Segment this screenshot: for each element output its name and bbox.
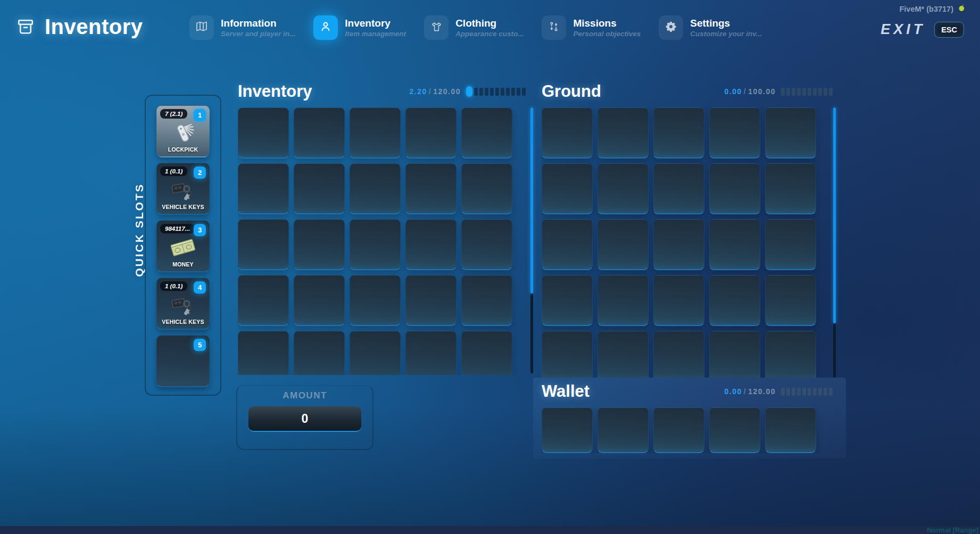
inventory-slot[interactable] bbox=[294, 219, 345, 270]
ground-slot[interactable] bbox=[765, 331, 816, 378]
inventory-slot[interactable] bbox=[238, 275, 289, 326]
ground-slot[interactable] bbox=[765, 219, 816, 270]
inventory-slot[interactable] bbox=[350, 107, 401, 158]
inventory-slot[interactable] bbox=[405, 331, 456, 375]
inventory-slot[interactable] bbox=[350, 219, 401, 270]
inventory-slot[interactable] bbox=[294, 275, 345, 326]
nav-item-clothing[interactable]: Clothing Appearance custo... bbox=[424, 15, 524, 40]
keys-icon bbox=[169, 291, 197, 320]
esc-button[interactable]: ESC bbox=[934, 22, 964, 38]
quick-slot-3[interactable]: 984117... 3 MONEY bbox=[156, 220, 210, 272]
wallet-weight-max: 120.00 bbox=[748, 387, 776, 396]
ground-slot[interactable] bbox=[597, 219, 649, 270]
inventory-slot[interactable] bbox=[294, 107, 345, 158]
ground-slot[interactable] bbox=[765, 275, 816, 326]
inventory-section: Inventory 2.20/120.00 bbox=[238, 80, 526, 375]
inventory-slot[interactable] bbox=[461, 219, 512, 270]
main-nav: Information Server and player in... Inve… bbox=[189, 15, 762, 40]
inventory-scrollbar[interactable] bbox=[530, 107, 533, 373]
ground-slot[interactable] bbox=[542, 275, 593, 326]
inventory-slot[interactable] bbox=[350, 331, 401, 375]
ground-slot[interactable] bbox=[709, 219, 760, 270]
page-title: Inventory bbox=[45, 15, 143, 39]
inventory-slot[interactable] bbox=[405, 107, 456, 158]
ground-slot[interactable] bbox=[653, 331, 704, 378]
inventory-weight-thumb bbox=[466, 86, 472, 97]
route-icon bbox=[548, 21, 560, 35]
inventory-slot[interactable] bbox=[238, 107, 289, 158]
inventory-slot[interactable] bbox=[238, 219, 289, 270]
shirt-icon bbox=[430, 21, 443, 35]
quick-slot-number: 5 bbox=[194, 339, 206, 351]
inventory-slot[interactable] bbox=[294, 331, 345, 375]
ground-slot[interactable] bbox=[709, 331, 760, 378]
wallet-slot[interactable] bbox=[542, 407, 593, 453]
range-mode-label: Normal [Range] bbox=[927, 526, 978, 534]
inventory-scrollbar-thumb[interactable] bbox=[530, 107, 533, 294]
amount-input[interactable] bbox=[248, 406, 361, 432]
ground-slot[interactable] bbox=[597, 275, 649, 326]
ground-slot[interactable] bbox=[597, 331, 649, 378]
inventory-slot[interactable] bbox=[405, 219, 456, 270]
quick-slot-4[interactable]: 1 (0.1) 4 VEHICLE KEYS bbox=[156, 278, 210, 330]
quick-slot-2[interactable]: 1 (0.1) 2 VEHICLE KEYS bbox=[156, 163, 210, 215]
inventory-slot[interactable] bbox=[294, 163, 345, 214]
ground-slot[interactable] bbox=[653, 163, 704, 214]
wallet-section: Wallet 0.00/120.00 bbox=[542, 380, 833, 453]
ground-slot[interactable] bbox=[542, 163, 593, 214]
ground-weight-bar bbox=[781, 86, 833, 97]
inventory-slot[interactable] bbox=[350, 275, 401, 326]
ground-scrollbar[interactable] bbox=[833, 107, 836, 378]
ground-scrollbar-thumb[interactable] bbox=[833, 107, 836, 323]
exit-group: EXIT ESC bbox=[881, 21, 964, 38]
wallet-grid bbox=[542, 407, 833, 453]
nav-item-missions[interactable]: Missions Personal objectives bbox=[542, 15, 641, 40]
inventory-grid bbox=[238, 107, 526, 375]
nav-item-inventory[interactable]: Inventory Item management bbox=[313, 15, 406, 40]
nav-item-settings[interactable]: Settings Customize your inv... bbox=[659, 15, 762, 40]
wallet-weight-current: 0.00 bbox=[725, 387, 742, 396]
inventory-slot[interactable] bbox=[350, 163, 401, 214]
inventory-slot[interactable] bbox=[461, 275, 512, 326]
ground-slot[interactable] bbox=[542, 331, 593, 378]
wallet-slot[interactable] bbox=[709, 407, 760, 453]
ground-slot[interactable] bbox=[653, 219, 704, 270]
ground-slot[interactable] bbox=[653, 107, 704, 158]
inventory-slot[interactable] bbox=[405, 163, 456, 214]
ground-slot[interactable] bbox=[765, 107, 816, 158]
ground-slot[interactable] bbox=[597, 107, 649, 158]
quick-slot-quantity: 1 (0.1) bbox=[160, 281, 187, 291]
inventory-slot[interactable] bbox=[461, 107, 512, 158]
inventory-slot[interactable] bbox=[461, 331, 512, 375]
ground-weight: 0.00/100.00 bbox=[725, 86, 833, 97]
wallet-slot[interactable] bbox=[765, 407, 816, 453]
ground-slot[interactable] bbox=[765, 163, 816, 214]
wallet-slot[interactable] bbox=[597, 407, 649, 453]
bottom-strip bbox=[0, 526, 980, 534]
ground-slot[interactable] bbox=[709, 275, 760, 326]
ground-section: Ground 0.00/100.00 bbox=[542, 80, 833, 378]
quick-slot-1[interactable]: 7 (2.1) 1 LOCKPICK bbox=[156, 105, 210, 157]
ground-slot[interactable] bbox=[653, 275, 704, 326]
inventory-weight-max: 120.00 bbox=[433, 87, 461, 96]
inventory-slot[interactable] bbox=[461, 163, 512, 214]
exit-button[interactable]: EXIT bbox=[881, 21, 925, 38]
ground-slot[interactable] bbox=[542, 107, 593, 158]
wallet-section-title: Wallet bbox=[542, 382, 589, 401]
nav-item-information[interactable]: Information Server and player in... bbox=[189, 15, 295, 40]
inventory-box-icon bbox=[14, 15, 37, 39]
amount-label: AMOUNT bbox=[237, 390, 372, 401]
wallet-slot[interactable] bbox=[653, 407, 704, 453]
ground-slot[interactable] bbox=[709, 107, 760, 158]
inventory-slot[interactable] bbox=[405, 275, 456, 326]
quick-slot-quantity: 1 (0.1) bbox=[160, 166, 187, 176]
quick-slot-5[interactable]: 5 bbox=[156, 335, 210, 387]
person-icon bbox=[319, 20, 332, 35]
inventory-slot[interactable] bbox=[238, 331, 289, 375]
ground-weight-current: 0.00 bbox=[725, 87, 742, 96]
ground-slot[interactable] bbox=[597, 163, 649, 214]
gear-icon bbox=[665, 21, 677, 35]
inventory-slot[interactable] bbox=[238, 163, 289, 214]
ground-slot[interactable] bbox=[709, 163, 760, 214]
ground-slot[interactable] bbox=[542, 219, 593, 270]
